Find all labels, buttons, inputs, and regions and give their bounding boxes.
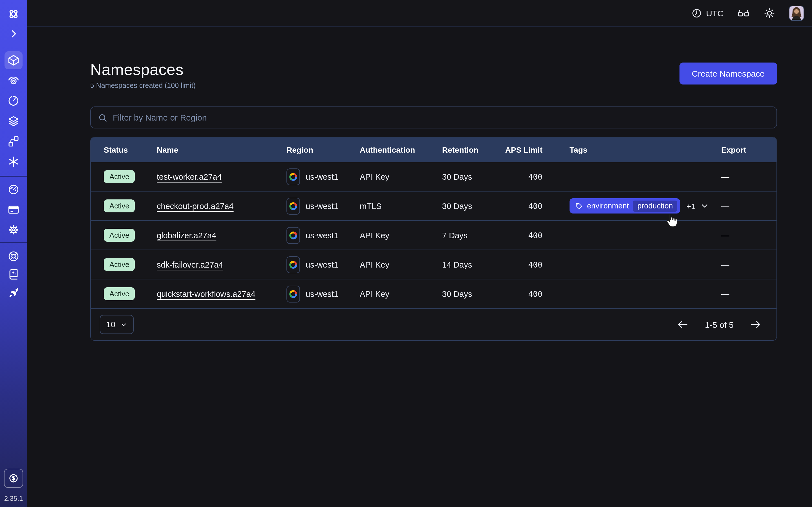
sidebar-item-home[interactable] (0, 6, 27, 22)
layers-icon (7, 115, 20, 127)
life-buoy-icon (7, 250, 20, 263)
column-header-retention: Retention (442, 145, 501, 154)
region-cell: us-west1 (287, 198, 360, 214)
credit-card-icon (7, 203, 20, 216)
sidebar-item-deployments[interactable] (0, 112, 27, 130)
sidebar-item-billing[interactable] (0, 201, 27, 219)
app-version: 2.35.1 (4, 495, 23, 503)
app-window: 2.35.1 UTC (0, 0, 812, 507)
table-row: Activesdk-failover.a27a4us-west1API Key1… (91, 250, 776, 279)
page-title: Namespaces (90, 61, 196, 79)
filter-input[interactable] (113, 113, 770, 122)
topbar: UTC (27, 0, 812, 27)
namespace-link[interactable]: sdk-failover.a27a4 (157, 260, 223, 269)
previous-page-button[interactable] (675, 317, 690, 332)
namespace-link[interactable]: test-worker.a27a4 (157, 172, 222, 181)
status-badge: Active (104, 200, 135, 212)
sidebar-divider (0, 242, 27, 243)
name-cell: sdk-failover.a27a4 (157, 260, 287, 269)
tag-pill[interactable]: environmentproduction (569, 198, 680, 214)
aps-limit-cell: 400 (501, 289, 543, 298)
tags-cell: environmentproduction+1 (543, 198, 721, 214)
timezone-button[interactable]: UTC (691, 8, 723, 18)
sun-icon (763, 7, 775, 19)
namespace-count-subtitle: 5 Namespaces created (100 limit) (90, 82, 196, 90)
column-header-aps-limit: APS Limit (501, 145, 543, 154)
sidebar-item-support[interactable] (0, 247, 27, 265)
retention-cell: 30 Days (442, 289, 501, 298)
timer-icon (7, 95, 20, 107)
clock-icon (691, 8, 702, 18)
column-header-region: Region (287, 145, 360, 154)
cube-icon (7, 54, 20, 66)
status-cell: Active (104, 258, 157, 271)
sidebar-item-docs[interactable] (0, 265, 27, 283)
table-header-row: StatusNameRegionAuthenticationRetentionA… (91, 137, 776, 162)
book-sparkles-icon (7, 268, 20, 281)
sidebar-item-schedules[interactable] (0, 92, 27, 110)
credits-button[interactable] (4, 469, 23, 488)
temporal-logo-icon (7, 7, 20, 21)
name-cell: globalizer.a27a4 (157, 231, 287, 240)
sidebar-collapse-toggle[interactable] (0, 25, 27, 42)
theme-toggle-button[interactable] (763, 7, 775, 19)
gcp-icon (287, 256, 300, 273)
rocket-icon (7, 286, 20, 298)
create-namespace-button[interactable]: Create Namespace (679, 62, 777, 84)
page-size-select[interactable]: 10 (100, 315, 134, 334)
search-icon (98, 112, 108, 122)
name-cell: quickstart-workflows.a27a4 (157, 289, 287, 298)
sidebar-item-settings[interactable] (0, 221, 27, 239)
user-avatar[interactable] (789, 6, 804, 21)
gcp-logo-ring (289, 202, 297, 210)
labs-toggle-button[interactable] (737, 7, 750, 20)
table-row: Activetest-worker.a27a4us-west1API Key30… (91, 162, 776, 191)
sidebar-item-observability[interactable] (0, 71, 27, 90)
status-badge: Active (104, 170, 135, 183)
filter-bar (90, 107, 777, 128)
chevron-right-icon (8, 28, 19, 40)
status-badge: Active (104, 287, 135, 300)
gcp-icon (287, 285, 300, 302)
glasses-icon (737, 7, 750, 20)
region-cell: us-west1 (287, 227, 360, 244)
authentication-cell: API Key (360, 172, 442, 181)
pagination-range-label: 1-5 of 5 (705, 320, 733, 329)
gcp-icon (287, 227, 300, 244)
aps-limit-cell: 400 (501, 231, 543, 240)
status-cell: Active (104, 200, 157, 212)
sidebar-item-usage[interactable] (0, 180, 27, 198)
region-cell: us-west1 (287, 168, 360, 185)
sidebar-item-nexus[interactable] (0, 132, 27, 151)
authentication-cell: API Key (360, 260, 442, 269)
aps-limit-cell: 400 (501, 202, 543, 210)
region-cell: us-west1 (287, 285, 360, 302)
sidebar-item-namespaces[interactable] (0, 51, 27, 69)
sidebar-item-getting-started[interactable] (0, 283, 27, 301)
aps-limit-cell: 400 (501, 260, 543, 269)
export-cell: — (721, 202, 777, 210)
region-label: us-west1 (306, 289, 338, 298)
namespace-link[interactable]: quickstart-workflows.a27a4 (157, 289, 255, 298)
region-label: us-west1 (306, 172, 338, 181)
region-label: us-west1 (306, 260, 338, 269)
gcp-icon (287, 198, 300, 214)
retention-cell: 14 Days (442, 260, 501, 269)
region-label: us-west1 (306, 231, 338, 240)
tags-expand-button[interactable] (700, 201, 710, 211)
status-cell: Active (104, 170, 157, 183)
sidebar-item-batch-operations[interactable] (0, 153, 27, 171)
authentication-cell: API Key (360, 231, 442, 240)
region-cell: us-west1 (287, 256, 360, 273)
sidebar-divider (0, 176, 27, 177)
gcp-logo-ring (289, 261, 297, 269)
gear-icon (7, 224, 20, 236)
namespaces-table: StatusNameRegionAuthenticationRetentionA… (90, 137, 777, 341)
tag-value: production (633, 200, 677, 212)
namespace-link[interactable]: checkout-prod.a27a4 (157, 202, 234, 210)
column-header-authentication: Authentication (360, 145, 442, 154)
namespace-link[interactable]: globalizer.a27a4 (157, 231, 216, 240)
export-cell: — (721, 172, 777, 181)
next-page-button[interactable] (748, 317, 763, 332)
arrow-right-icon (749, 318, 762, 331)
